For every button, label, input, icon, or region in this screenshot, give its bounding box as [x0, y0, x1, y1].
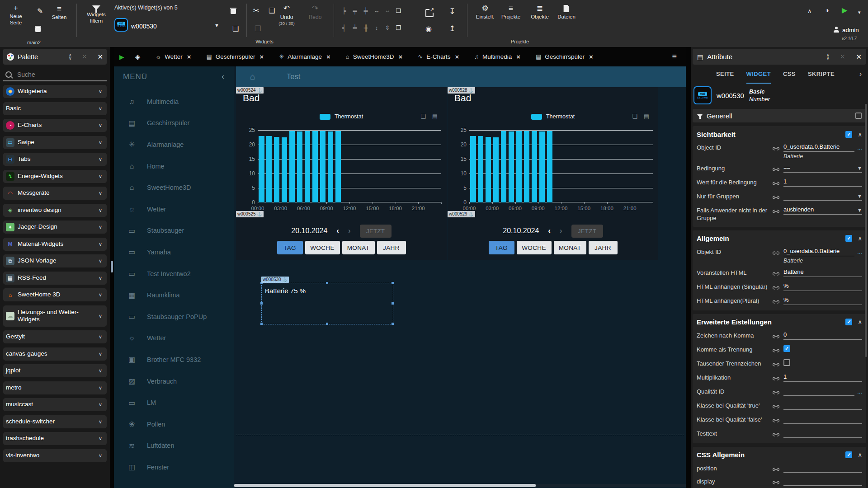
menu-item-test-inventwo2[interactable]: ▭Test Inventwo2 [114, 263, 234, 285]
palette-close-icon[interactable]: ✕ [97, 53, 103, 61]
palette-item-heizungs-und-wetter-widgets[interactable]: ☁Heizungs- und Wetter-Widgets∨ [3, 305, 107, 327]
palette-item-material-widgets[interactable]: MMaterial-Widgets∨ [3, 238, 107, 251]
attr-tab-css[interactable]: CSS [783, 65, 796, 84]
open-in-new-icon[interactable] [425, 9, 434, 19]
chevron-down-icon[interactable]: ∨ [99, 436, 102, 441]
attr-value-input[interactable]: 0 [783, 331, 862, 340]
attribute-close-icon[interactable]: ✕ [856, 53, 862, 61]
chart-widget-1[interactable]: w000524⚓BadThermostat❏▤252015105000:0003… [236, 87, 447, 260]
align-right-icon[interactable]: ╡ [341, 24, 347, 31]
distribute-vertical-icon[interactable]: ↕ [373, 24, 380, 31]
tab-geschirrspüler[interactable]: ▤Geschirrspüler× [207, 53, 264, 61]
chevron-down-icon[interactable]: ∨ [99, 385, 102, 391]
range-button-tag[interactable]: TAG [489, 241, 514, 254]
menu-item-lm[interactable]: ▭LM [114, 392, 234, 413]
palette-item-messgeräte[interactable]: ◠Messgeräte∨ [3, 187, 107, 200]
duplicate-widget-icon[interactable]: ❏ [232, 25, 239, 33]
link-icon[interactable] [773, 345, 783, 355]
run-dropdown-icon[interactable]: ▾ [858, 9, 861, 16]
tab-alarmanlage[interactable]: ✳Alarmanlage× [279, 53, 330, 61]
link-icon[interactable] [773, 248, 783, 264]
close-tab-icon[interactable]: × [455, 53, 459, 61]
collapse-toolbar-icon[interactable]: ∧ [807, 8, 812, 15]
palette-search-input[interactable] [16, 70, 95, 79]
palette-item-schedule-switcher[interactable]: schedule-switcher∨ [3, 415, 107, 428]
link-icon[interactable] [773, 178, 783, 188]
link-icon[interactable] [773, 192, 783, 202]
palette-item-gestylt[interactable]: Gestylt∨ [3, 330, 107, 343]
attr-value-input[interactable]: Batterie [783, 268, 862, 277]
chart-layers-icon[interactable]: ❏ [632, 113, 637, 120]
tab-sweethome3d[interactable]: ⌂SweetHome3D× [346, 53, 402, 61]
tab-multimedia[interactable]: ♫Multimedia× [474, 53, 520, 61]
prev-day-icon[interactable]: ‹ [336, 226, 339, 235]
link-icon[interactable] [773, 359, 783, 369]
palette-item-jqplot[interactable]: jqplot∨ [3, 364, 107, 377]
group-checkbox[interactable]: ✓ [845, 319, 852, 325]
link-icon[interactable] [773, 282, 783, 292]
undo-button[interactable]: ↶ Undo (30 / 30) [278, 5, 294, 26]
chevron-down-icon[interactable]: ∨ [99, 89, 102, 94]
bring-to-front-icon[interactable]: ❏ [395, 7, 401, 14]
chevron-down-icon[interactable]: ∨ [99, 258, 102, 264]
chevron-down-icon[interactable]: ∨ [99, 224, 102, 230]
chart-layers-icon[interactable]: ❏ [420, 113, 426, 120]
attr-checkbox[interactable] [783, 359, 790, 366]
align-bottom-icon[interactable]: ╧ [352, 24, 358, 31]
chart-data-icon[interactable]: ▤ [644, 113, 649, 120]
menu-item-verbrauch[interactable]: ▨Verbrauch [114, 371, 234, 392]
selection-handle[interactable] [392, 302, 394, 305]
range-button-woche[interactable]: WOCHE [517, 241, 552, 254]
menu-item-alarmanlage[interactable]: ✳Alarmanlage [114, 134, 234, 155]
more-options-button[interactable]: ... [854, 144, 862, 152]
next-day-icon[interactable]: › [560, 226, 562, 235]
prev-day-icon[interactable]: ‹ [548, 226, 551, 235]
chevron-down-icon[interactable]: ∨ [99, 313, 102, 319]
palette-item-vis-inventwo[interactable]: vis-inventwo∨ [3, 449, 107, 462]
attr-value-input[interactable]: ausblenden [783, 206, 855, 215]
attr-value-input[interactable] [783, 464, 862, 473]
link-icon[interactable] [773, 206, 783, 222]
menu-scrollbar-thumb[interactable] [111, 261, 113, 272]
link-icon[interactable] [773, 331, 783, 341]
palette-item-musiccast[interactable]: musiccast∨ [3, 398, 107, 411]
close-tab-icon[interactable]: × [187, 53, 191, 61]
more-options-button[interactable]: ... [854, 388, 862, 396]
editor-canvas[interactable]: ⌂ Test w000524⚓BadThermostat❏▤2520151050… [234, 66, 686, 488]
chevron-down-icon[interactable]: ∨ [99, 453, 102, 459]
palette-item-widgeteria[interactable]: ✸Widgeteria∨ [3, 85, 107, 98]
copy-icon[interactable]: ❏ [269, 7, 275, 14]
link-icon[interactable] [773, 415, 783, 425]
link-icon[interactable] [773, 143, 783, 160]
canvas-hscroll-thumb[interactable] [234, 484, 536, 487]
menu-item-staubsauger[interactable]: ▭Staubsauger [114, 220, 234, 242]
chevron-down-icon[interactable]: ∨ [99, 351, 102, 357]
chevron-down-icon[interactable]: ∨ [99, 190, 102, 196]
link-icon[interactable] [773, 387, 783, 397]
generell-checkbox[interactable] [855, 113, 862, 119]
menu-item-luftdaten[interactable]: ≋Luftdaten [114, 435, 234, 457]
palette-item-rss-feed[interactable]: ▤RSS-Feed∨ [3, 272, 107, 285]
battery-widget-badge[interactable]: w000530⚓ [261, 277, 289, 283]
widget-select-value[interactable]: w000530 [131, 23, 157, 30]
chevron-up-icon[interactable]: ∧ [858, 131, 862, 138]
attr-checkbox[interactable]: ✓ [783, 345, 790, 352]
link-icon[interactable] [773, 373, 783, 383]
link-icon[interactable] [773, 296, 783, 306]
range-button-monat[interactable]: MONAT [554, 241, 586, 254]
dropdown-arrow-icon[interactable]: ▼ [855, 165, 862, 173]
attr-value-input[interactable] [783, 387, 854, 396]
attr-value-input[interactable] [783, 401, 862, 410]
range-button-tag[interactable]: TAG [277, 241, 303, 254]
attr-value-input[interactable]: 0_userdata.0.Batterie [783, 143, 854, 152]
chevron-down-icon[interactable]: ∨ [99, 275, 102, 281]
align-left-icon[interactable]: ╞ [341, 7, 347, 14]
palette-move-icon[interactable]: ∧∨ [69, 54, 72, 60]
palette-item-tabs[interactable]: ⊟Tabs∨ [3, 153, 107, 166]
attr-value-input[interactable]: % [783, 296, 862, 305]
tab-wetter[interactable]: ☼Wetter× [156, 53, 191, 61]
home-icon[interactable]: ⌂ [250, 72, 255, 81]
selection-handle[interactable] [392, 282, 394, 284]
palette-item-canvas-gauges[interactable]: canvas-gauges∨ [3, 347, 107, 361]
link-icon[interactable] [773, 164, 783, 174]
